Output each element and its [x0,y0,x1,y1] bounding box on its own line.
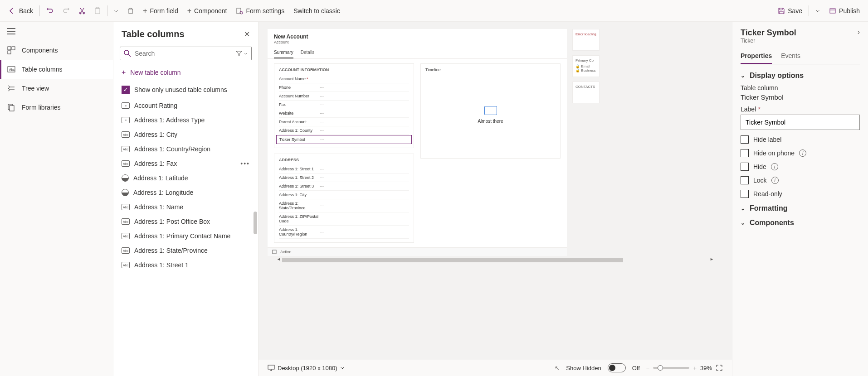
read-only-checkbox[interactable]: Read-only [741,190,860,198]
hide-checkbox[interactable]: Hide i [741,163,860,171]
column-item[interactable]: AbcAddress 1: City [113,127,258,142]
form-field[interactable]: Address 1: City--- [279,191,409,199]
form-field[interactable]: Account Name*--- [279,75,409,83]
zoom-out-button[interactable]: − [646,365,650,371]
info-icon[interactable]: i [771,177,779,184]
delete-button[interactable] [123,0,138,21]
save-button[interactable]: Save [773,0,807,21]
props-title: Ticker Symbol [741,28,796,38]
nav-form-libraries[interactable]: Form libraries [0,98,113,117]
column-item[interactable]: AbcAddress 1: Street 1 [113,258,258,272]
checkbox-icon [741,163,749,171]
form-preview[interactable]: New Account Account Summary Details ACCO… [268,29,567,256]
column-item[interactable]: AbcAddress 1: Primary Contact Name [113,229,258,243]
nav-table-columns[interactable]: Abc Table columns [0,60,113,79]
section-components[interactable]: ⌄ Components [741,219,860,227]
form-settings-button[interactable]: Form settings [231,0,289,21]
label-input[interactable] [741,115,860,130]
chevron-down-icon: ⌄ [741,205,745,212]
show-hidden-toggle[interactable] [608,363,626,372]
paste-dropdown[interactable] [109,0,123,21]
new-column-button[interactable]: + New table column [113,64,258,81]
section-account-info[interactable]: ACCOUNT INFORMATION Account Name*---Phon… [274,63,414,148]
expand-panel-button[interactable]: › [858,28,860,36]
form-field[interactable]: Address 1: Street 1--- [279,165,409,174]
canvas-horizontal-scrollbar[interactable]: ◄ ► [277,258,714,263]
nav-components[interactable]: Components [0,41,113,60]
column-item-label: Address 1: Address Type [134,116,205,124]
section-timeline[interactable]: Timeline Almost there [420,63,561,159]
form-field[interactable]: Address 1: County--- [279,126,409,135]
field-value: --- [320,217,409,221]
hide-on-phone-checkbox[interactable]: Hide on phone i [741,149,860,157]
section-address[interactable]: ADDRESS Address 1: Street 1---Address 1:… [274,154,414,243]
add-component-button[interactable]: + Component [183,0,232,21]
column-item[interactable]: ≡Account Rating [113,98,258,113]
back-button[interactable]: Back [4,0,38,21]
search-input[interactable] [135,50,229,57]
left-nav: Components Abc Table columns Tree view F… [0,22,113,376]
timeline-title: Timeline [425,67,556,72]
column-item[interactable]: ≡Address 1: Address Type [113,113,258,127]
column-item[interactable]: Address 1: Latitude [113,171,258,185]
form-field[interactable]: Address 1: State/Province--- [279,199,409,212]
close-panel-button[interactable]: ✕ [244,30,250,39]
section-formatting[interactable]: ⌄ Formatting [741,204,860,212]
lock-checkbox[interactable]: Lock i [741,176,860,184]
form-field[interactable]: Address 1: Country/Region--- [279,226,409,239]
side-card-primary[interactable]: Primary Co 🔒 Email 🔒 Business [572,55,600,77]
undo-button[interactable] [42,0,58,21]
form-field[interactable]: Parent Account--- [279,118,409,126]
filter-button[interactable] [232,47,252,60]
info-icon[interactable]: i [799,149,806,157]
publish-button[interactable]: Publish [824,0,864,21]
fit-icon[interactable] [716,364,723,371]
hamburger-button[interactable] [0,22,113,41]
form-field[interactable]: Fax--- [279,101,409,109]
form-field[interactable]: Address 1: Street 2--- [279,174,409,182]
form-field[interactable]: Phone--- [279,83,409,92]
text-icon: Abc [122,160,130,167]
column-item[interactable]: AbcAddress 1: Country/Region [113,142,258,156]
add-form-field-button[interactable]: + Form field [138,0,183,21]
switch-classic-button[interactable]: Switch to classic [289,0,345,21]
scrollbar-thumb[interactable] [254,212,257,234]
section-display-options[interactable]: ⌄ Display options [741,72,860,80]
chevron-down-icon [114,10,118,12]
column-item[interactable]: Address 1: Longitude [113,185,258,200]
checkbox-icon [741,176,749,184]
redo-button[interactable] [58,0,74,21]
column-item[interactable]: AbcAddress 1: Fax••• [113,156,258,171]
side-card-error[interactable]: Error loading [572,29,600,51]
zoom-slider[interactable] [653,367,689,369]
tab-properties[interactable]: Properties [741,48,772,64]
info-icon[interactable]: i [771,163,778,170]
form-field[interactable]: Website--- [279,109,409,118]
side-card-contacts[interactable]: CONTACTS [572,82,600,103]
scrollbar-thumb[interactable] [282,258,623,262]
column-item[interactable]: AbcAddress 1: State/Province [113,243,258,258]
tab-summary[interactable]: Summary [274,47,293,58]
formatting-label: Formatting [750,204,788,212]
form-field[interactable]: Address 1: Street 3--- [279,182,409,191]
form-field[interactable]: Address 1: ZIP/Postal Code--- [279,212,409,226]
show-unused-checkbox-row[interactable]: ✓ Show only unused table columns [113,81,258,98]
nav-tree-view[interactable]: Tree view [0,79,113,98]
form-field[interactable]: Account Number--- [279,92,409,101]
tab-events[interactable]: Events [781,48,800,64]
form-field[interactable]: Ticker Symbol--- [276,135,412,144]
column-item[interactable]: AbcAddress 1: Name [113,200,258,214]
svg-point-5 [240,11,243,14]
paste-button[interactable] [90,0,105,21]
more-button[interactable]: ••• [240,160,250,167]
tab-details[interactable]: Details [301,47,315,58]
device-selector[interactable]: Desktop (1920 x 1080) [268,365,345,371]
zoom-in-button[interactable]: + [693,365,697,371]
save-dropdown[interactable] [811,0,824,21]
hide-label-checkbox[interactable]: Hide label [741,135,860,144]
publish-label: Publish [839,7,860,14]
search-box[interactable] [120,47,232,60]
column-item[interactable]: AbcAddress 1: Post Office Box [113,214,258,229]
globe-icon [122,174,129,182]
cut-button[interactable] [74,0,90,21]
